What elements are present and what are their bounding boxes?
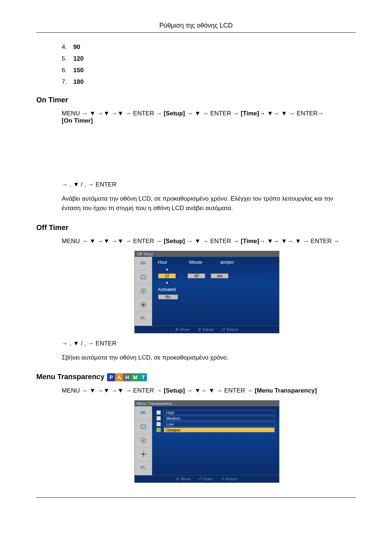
on-timer-path: MENU → ▼ →▼ →▼ → ENTER → [Setup] → ▼ → E… [62,110,352,124]
menu-transparency-osd: Menu Transparency High Medium Low Opaque [62,400,352,483]
down-arrow-icon: ▼ [158,281,176,285]
osd-footer: ⇵ Move ⏎ Enter ↺ Return [135,475,279,483]
setup-icon [135,298,152,312]
up-arrow-icon: ▲ [158,267,176,271]
osd-footer-enter: ⏎ Enter [199,477,213,481]
multi-icon [135,461,152,475]
setup-icon [135,448,152,461]
osd-activated-label: Activated [158,287,275,292]
svg-point-4 [143,290,144,292]
picture-icon [135,271,152,284]
mode-p-icon: P [107,373,115,381]
osd-minute-value[interactable]: 00 [187,273,205,279]
list-item: 5.120 [62,55,356,62]
osd-ampm-label: am/pm [220,260,242,265]
osd-hour-label: Hour [158,260,180,265]
numbered-list: 4.90 5.120 6.150 7.180 [62,44,356,86]
osd-footer-return: ↺ Return [222,327,238,332]
path-setup: [Setup] [164,238,185,245]
top-rule [36,32,356,33]
on-timer-nav2: → , ▼ / , → ENTER [62,181,352,188]
osd-main: High Medium Low Opaque [152,406,279,475]
svg-point-20 [143,440,144,442]
path-text: → ▼→ ▼ → ENTER→ [259,110,324,117]
svg-line-12 [141,306,142,307]
svg-rect-27 [143,468,146,471]
path-text: → ▼ → ENTER → [185,110,241,117]
checkbox-icon [156,410,161,415]
osd-title: Off Timer [135,251,279,257]
path-setup: [Setup] [164,387,185,394]
svg-line-13 [144,303,146,304]
path-time: [Time] [241,110,259,117]
option-label: Opaque [164,427,275,432]
sound-icon [135,434,152,448]
osd-main: Hour Minute am/pm ▲ 12 : 00 am ▼ [152,257,279,326]
list-item: 6.150 [62,67,356,74]
path-end: [Menu Transparency] [255,387,317,394]
osd-footer-move: ✥ Move [175,327,190,332]
off-timer-path: MENU → ▼ →▼ →▼ → ENTER → [Setup] → ▼ → E… [62,238,352,245]
page-header: Ρύθμιση της οθόνης LCD [36,22,356,29]
menu-transparency-heading: Menu Transparency P A H M T [36,373,356,381]
path-text: → ▼→ ▼ → ENTER → [185,387,254,394]
svg-rect-2 [141,276,146,279]
checkbox-icon [156,422,161,426]
sound-icon [135,284,152,298]
svg-line-11 [144,306,146,307]
osd-colon: : [181,273,182,278]
menu-transparency-title: Menu Transparency [36,373,105,381]
osd-activated-value[interactable]: No [158,294,178,300]
list-number: 4. [62,44,73,51]
svg-rect-18 [141,425,146,428]
off-timer-nav2: → , ▼ / , → ENTER [62,340,352,347]
list-value: 90 [73,44,80,50]
option-label: Low [164,422,275,427]
svg-rect-16 [141,411,145,414]
option-low[interactable]: Low [156,422,275,427]
mode-t-icon: T [139,373,147,381]
option-opaque[interactable]: Opaque [156,427,275,432]
list-number: 6. [62,67,73,74]
menu-transparency-path: MENU → ▼ →▼ →▼ → ENTER → [Setup] → ▼→ ▼ … [62,387,352,394]
image-placeholder [62,130,352,181]
input-icon [135,406,152,420]
option-high[interactable]: High [156,410,275,415]
osd-sidebar [135,257,152,326]
osd-hour-value[interactable]: 12 [158,273,176,279]
osd-footer-return: ↺ Return [221,477,238,481]
mode-m-icon: M [131,373,139,381]
svg-point-21 [142,453,145,456]
list-item: 7.180 [62,78,356,86]
svg-rect-15 [143,318,146,321]
option-medium[interactable]: Medium [156,416,275,421]
osd-title: Menu Transparency [135,401,279,406]
list-item: 4.90 [62,44,356,51]
list-value: 180 [73,78,83,85]
on-timer-description: Ανάβει αυτόματα την οθόνη LCD, σε προκαθ… [62,194,352,213]
list-number: 5. [62,55,73,62]
picture-icon [135,420,152,434]
multi-icon [135,312,152,326]
svg-point-5 [142,304,145,306]
path-text: → ▼ → ENTER → [185,238,241,245]
option-label: Medium [164,416,275,421]
off-timer-heading: Off Timer [36,223,356,232]
mode-a-icon: A [115,373,123,381]
svg-rect-0 [141,262,145,264]
off-timer-description: Σβήνει αυτόματα την οθόνη LCD, σε προκαθ… [62,353,352,362]
checkbox-checked-icon [156,428,161,432]
list-value: 120 [73,55,83,62]
input-icon [135,257,152,271]
osd-ampm-value[interactable]: am [211,273,229,279]
mode-badges: P A H M T [107,373,147,381]
osd-footer-move: ⇵ Move [176,477,191,481]
on-timer-heading: On Timer [36,96,356,104]
osd-footer-adjust: ⇵ Adjust [198,327,214,332]
path-time: [Time] [241,238,259,245]
list-number: 7. [62,78,73,86]
path-end: [On Timer] [62,117,93,124]
list-value: 150 [73,67,83,74]
option-label: High [164,410,275,415]
osd-sidebar [135,406,152,475]
